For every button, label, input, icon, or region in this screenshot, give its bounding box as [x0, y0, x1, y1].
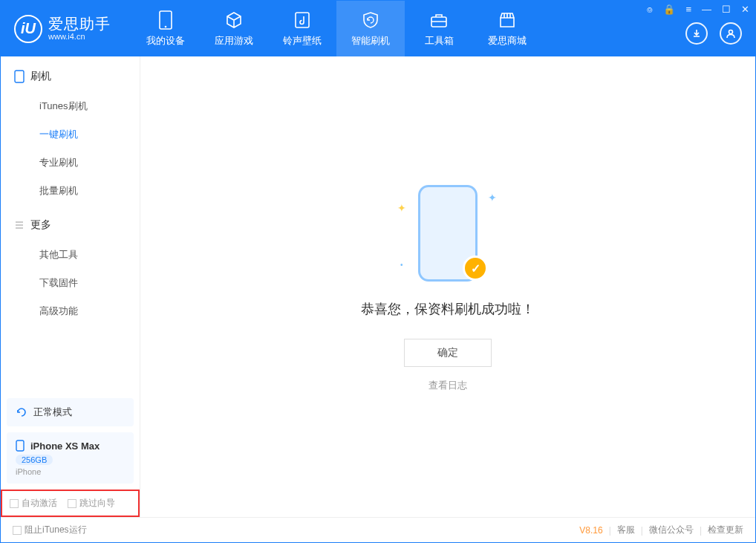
main-content: ✦ ✦ • ✓ 恭喜您，保资料刷机成功啦！ 确定 查看日志	[140, 56, 755, 517]
svg-rect-6	[16, 440, 24, 451]
checkbox-label: 阻止iTunes运行	[25, 524, 87, 536]
cube-icon	[224, 10, 244, 30]
toolbox-icon	[429, 10, 449, 30]
svg-rect-5	[15, 71, 24, 82]
sidebar-item-batch-flash[interactable]: 批量刷机	[1, 177, 140, 205]
checkbox-auto-activate[interactable]: 自动激活	[10, 497, 57, 510]
link-support[interactable]: 客服	[617, 524, 635, 536]
tab-label: 我的设备	[146, 34, 185, 48]
user-icon	[725, 27, 737, 39]
app-window: iU 爱思助手 www.i4.cn 我的设备 应用游戏 铃声壁纸 智能刷机	[0, 0, 756, 543]
maximize-button[interactable]: ☐	[722, 4, 731, 15]
tab-my-device[interactable]: 我的设备	[131, 1, 200, 56]
checkbox-box	[13, 526, 22, 535]
tab-flash[interactable]: 智能刷机	[336, 1, 405, 56]
section-title-label: 更多	[30, 218, 51, 232]
sidebar-item-advanced[interactable]: 高级功能	[1, 297, 140, 325]
device-info-box[interactable]: iPhone XS Max 256GB iPhone	[7, 432, 134, 484]
link-wechat[interactable]: 微信公众号	[649, 524, 694, 536]
device-capacity-badge: 256GB	[16, 455, 53, 465]
phone-icon	[14, 70, 25, 83]
device-mode-box[interactable]: 正常模式	[7, 398, 134, 426]
sparkle-icon: ✦	[397, 202, 406, 214]
music-icon	[293, 10, 312, 30]
success-illustration: ✦ ✦ • ✓	[411, 181, 485, 285]
app-url: www.i4.cn	[48, 32, 111, 41]
user-button[interactable]	[720, 22, 742, 45]
tab-label: 铃声壁纸	[283, 34, 322, 48]
svg-point-4	[729, 30, 733, 34]
app-name: 爱思助手	[48, 16, 111, 32]
device-name-row: iPhone XS Max	[16, 440, 125, 452]
version-label: V8.16	[579, 525, 602, 536]
checkbox-label: 跳过向导	[79, 497, 115, 510]
tab-toolbox[interactable]: 工具箱	[405, 1, 473, 56]
tab-label: 爱思商城	[488, 34, 527, 48]
checkmark-badge-icon: ✓	[463, 256, 488, 281]
checkbox-skip-guide[interactable]: 跳过向导	[68, 497, 115, 510]
sidebar-item-pro-flash[interactable]: 专业刷机	[1, 149, 140, 177]
sidebar-item-oneclick-flash[interactable]: 一键刷机	[1, 120, 140, 149]
device-type-text: iPhone	[16, 467, 125, 476]
top-tabs: 我的设备 应用游戏 铃声壁纸 智能刷机 工具箱 爱思商城	[131, 1, 541, 56]
lock-icon[interactable]: 🔒	[663, 4, 675, 15]
tab-store[interactable]: 爱思商城	[473, 1, 541, 56]
store-icon	[498, 10, 517, 30]
header-right-buttons	[685, 22, 742, 45]
sidebar-title-flash: 刷机	[1, 70, 140, 92]
ok-button[interactable]: 确定	[404, 339, 492, 367]
phone-small-icon	[16, 440, 25, 452]
tab-ringtones[interactable]: 铃声壁纸	[268, 1, 336, 56]
checkbox-box	[68, 499, 76, 508]
sidebar-item-other-tools[interactable]: 其他工具	[1, 241, 140, 269]
download-icon	[691, 27, 703, 39]
tab-label: 应用游戏	[215, 34, 253, 48]
separator: |	[700, 525, 702, 536]
status-right: V8.16 | 客服 | 微信公众号 | 检查更新	[579, 524, 743, 536]
body: 刷机 iTunes刷机 一键刷机 专业刷机 批量刷机 更多 其他工具 下载固件 …	[1, 56, 755, 517]
tab-apps[interactable]: 应用游戏	[200, 1, 268, 56]
window-controls: ⌾ 🔒 ≡ — ☐ ✕	[647, 4, 749, 15]
tab-label: 工具箱	[425, 34, 454, 48]
view-log-link[interactable]: 查看日志	[428, 379, 467, 392]
checkbox-box	[10, 499, 19, 508]
status-left: 阻止iTunes运行	[13, 524, 87, 536]
close-button[interactable]: ✕	[741, 4, 749, 15]
device-mode-label: 正常模式	[33, 406, 72, 419]
list-icon	[14, 220, 25, 230]
sidebar: 刷机 iTunes刷机 一键刷机 专业刷机 批量刷机 更多 其他工具 下载固件 …	[1, 56, 140, 517]
refresh-icon	[16, 406, 27, 418]
sidebar-section-flash: 刷机 iTunes刷机 一键刷机 专业刷机 批量刷机	[1, 56, 140, 205]
download-button[interactable]	[685, 22, 708, 45]
sidebar-title-more: 更多	[1, 218, 140, 241]
sidebar-item-itunes-flash[interactable]: iTunes刷机	[1, 92, 140, 120]
section-title-label: 刷机	[30, 70, 51, 83]
checkbox-label: 自动激活	[22, 497, 57, 510]
shield-refresh-icon	[361, 10, 380, 30]
svg-rect-2	[296, 13, 309, 27]
svg-point-1	[165, 25, 167, 27]
logo-area: iU 爱思助手 www.i4.cn	[14, 15, 111, 43]
success-message: 恭喜您，保资料刷机成功啦！	[361, 300, 535, 318]
separator: |	[641, 525, 643, 536]
sparkle-icon: ✦	[488, 192, 497, 204]
separator: |	[609, 525, 611, 536]
titlebar: iU 爱思助手 www.i4.cn 我的设备 应用游戏 铃声壁纸 智能刷机	[1, 1, 755, 56]
tab-label: 智能刷机	[351, 34, 390, 48]
statusbar: 阻止iTunes运行 V8.16 | 客服 | 微信公众号 | 检查更新	[1, 517, 755, 542]
sidebar-item-download-firmware[interactable]: 下载固件	[1, 269, 140, 297]
checkbox-block-itunes[interactable]: 阻止iTunes运行	[13, 524, 87, 536]
sparkle-icon: •	[400, 261, 403, 269]
shirt-icon[interactable]: ⌾	[647, 4, 653, 15]
logo-text: 爱思助手 www.i4.cn	[48, 16, 111, 41]
link-check-update[interactable]: 检查更新	[708, 524, 743, 536]
menu-icon[interactable]: ≡	[685, 4, 691, 15]
logo-icon: iU	[14, 15, 42, 43]
sidebar-section-more: 更多 其他工具 下载固件 高级功能	[1, 205, 140, 325]
minimize-button[interactable]: —	[702, 4, 711, 15]
bottom-options-highlighted: 自动激活 跳过向导	[1, 490, 140, 517]
device-icon	[156, 10, 175, 30]
device-name-text: iPhone XS Max	[30, 440, 100, 452]
